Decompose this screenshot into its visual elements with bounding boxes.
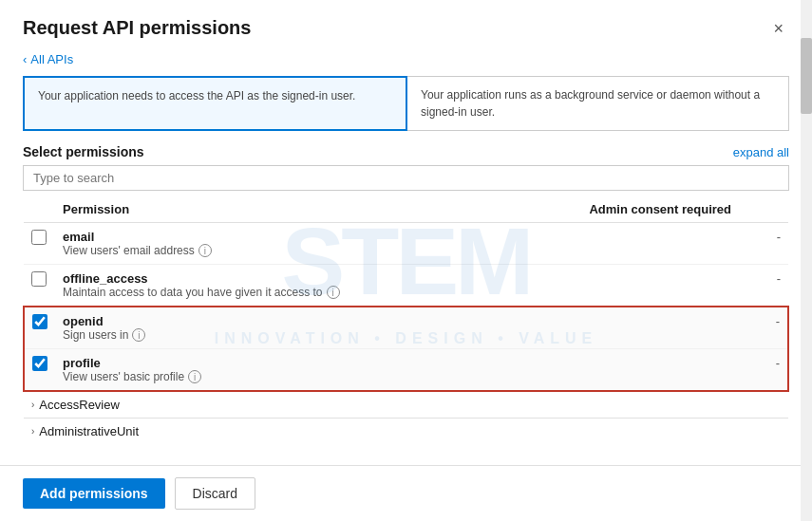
group-label-administrativeunit[interactable]: ›AdministrativeUnit <box>31 424 781 438</box>
chevron-icon: › <box>31 426 34 437</box>
perm-name-offline_access: offline_access <box>63 271 477 286</box>
checkbox-offline_access[interactable] <box>31 271 47 287</box>
perm-name-profile: profile <box>63 356 477 370</box>
back-link-label: All APIs <box>30 52 73 66</box>
chevron-icon: › <box>31 400 34 410</box>
checkbox-cell-offline_access <box>24 265 55 307</box>
back-chevron-icon: ‹ <box>23 52 27 66</box>
perm-name-openid: openid <box>63 314 477 328</box>
group-name: AccessReview <box>39 398 120 412</box>
admin-val-profile: - <box>484 349 788 392</box>
group-row-administrativeunit[interactable]: ›AdministrativeUnit <box>24 419 788 445</box>
perm-info-profile: profileView users' basic profile i <box>55 349 484 392</box>
group-cell-accessreview: ›AccessReview <box>24 391 788 419</box>
modal-body: ‹ All APIs Your application needs to acc… <box>0 48 812 465</box>
col-checkbox <box>24 196 55 223</box>
col-admin-header: Admin consent required <box>484 196 788 223</box>
scrollbar-track[interactable] <box>801 0 812 521</box>
info-icon-profile[interactable]: i <box>188 370 201 383</box>
modal-footer: Add permissions Discard <box>0 465 812 521</box>
scrollbar-thumb[interactable] <box>801 38 812 114</box>
group-cell-administrativeunit: ›AdministrativeUnit <box>24 419 788 445</box>
checkbox-cell-openid <box>24 307 55 349</box>
info-icon-email[interactable]: i <box>198 244 212 257</box>
delegated-permissions-card[interactable]: Your application needs to access the API… <box>23 76 407 131</box>
search-input[interactable] <box>23 165 789 191</box>
perm-info-email: emailView users' email address i <box>55 223 484 265</box>
api-cards-row: Your application needs to access the API… <box>23 76 789 131</box>
checkbox-openid[interactable] <box>32 314 47 329</box>
perm-info-offline_access: offline_accessMaintain access to data yo… <box>55 265 484 307</box>
select-permissions-title: Select permissions <box>23 144 144 159</box>
info-icon-offline_access[interactable]: i <box>327 286 340 299</box>
group-row-accessreview[interactable]: ›AccessReview <box>24 391 788 419</box>
col-permission-header: Permission <box>55 196 484 223</box>
select-permissions-section-header: Select permissions expand all <box>23 144 789 159</box>
modal-header: Request API permissions × <box>0 0 812 48</box>
delegated-permissions-text: Your application needs to access the API… <box>38 89 355 102</box>
group-label-accessreview[interactable]: ›AccessReview <box>31 398 781 412</box>
discard-button[interactable]: Discard <box>175 477 255 510</box>
perm-desc-email: View users' email address i <box>63 244 477 257</box>
table-header-row: Permission Admin consent required <box>24 196 788 223</box>
perm-desc-openid: Sign users in i <box>63 328 477 342</box>
permission-row-offline_access: offline_accessMaintain access to data yo… <box>24 265 788 307</box>
perm-name-email: email <box>63 230 477 244</box>
modal-title: Request API permissions <box>23 17 251 39</box>
close-button[interactable]: × <box>767 18 789 39</box>
checkbox-email[interactable] <box>31 230 47 245</box>
application-permissions-card[interactable]: Your application runs as a background se… <box>407 76 789 131</box>
perm-info-openid: openidSign users in i <box>55 307 484 349</box>
checkbox-profile[interactable] <box>32 356 47 371</box>
group-name: AdministrativeUnit <box>39 424 139 438</box>
application-permissions-text: Your application runs as a background se… <box>421 88 760 119</box>
request-api-permissions-modal: STEM INNOVATION • DESIGN • VALUE Request… <box>0 0 812 521</box>
add-permissions-button[interactable]: Add permissions <box>23 478 165 509</box>
back-to-all-apis-link[interactable]: ‹ All APIs <box>23 52 789 66</box>
permission-row-openid: openidSign users in i- <box>24 307 788 349</box>
admin-val-email: - <box>484 223 788 265</box>
perm-desc-profile: View users' basic profile i <box>63 370 477 383</box>
checkbox-cell-profile <box>24 349 55 392</box>
checkbox-cell-email <box>24 223 55 265</box>
perm-desc-offline_access: Maintain access to data you have given i… <box>63 286 477 299</box>
permissions-table: Permission Admin consent required emailV… <box>23 196 789 444</box>
expand-all-button[interactable]: expand all <box>733 145 789 159</box>
admin-val-openid: - <box>484 307 788 349</box>
permission-row-email: emailView users' email address i- <box>24 223 788 265</box>
permission-row-profile: profileView users' basic profile i- <box>24 349 788 392</box>
admin-val-offline_access: - <box>484 265 788 307</box>
info-icon-openid[interactable]: i <box>132 328 145 342</box>
